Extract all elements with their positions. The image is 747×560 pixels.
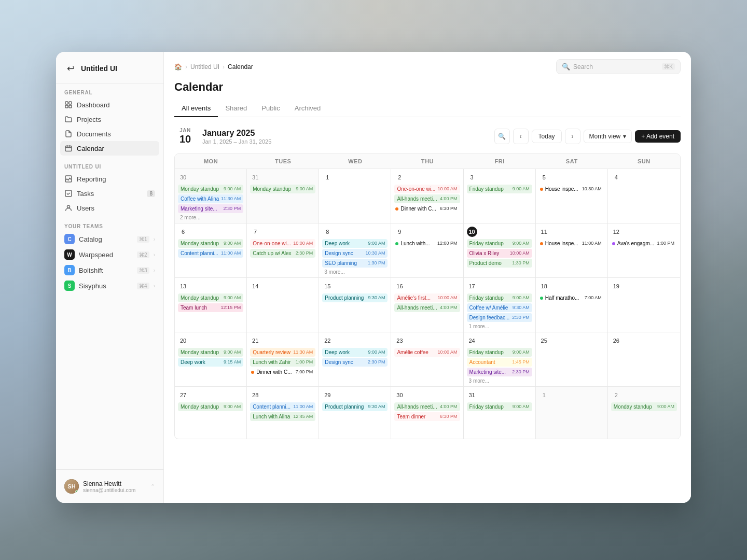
cal-day[interactable]: 27Monday standup9:00 AM [175, 387, 247, 439]
cal-event[interactable]: Deep work9:00 AM [322, 348, 388, 357]
cal-event[interactable]: All-hands meeti...4:00 PM [394, 303, 460, 312]
cal-day[interactable]: 1 [536, 387, 608, 439]
team-warpspeed[interactable]: W Warpspeed ⌘2 › [60, 247, 159, 262]
team-sisyphus[interactable]: S Sisyphus ⌘4 › [60, 278, 159, 293]
cal-event[interactable]: All-hands meeti...4:00 PM [394, 194, 460, 203]
cal-event[interactable]: Monday standup9:00 AM [178, 239, 243, 248]
sidebar-item-documents[interactable]: Documents [60, 127, 159, 141]
cal-day[interactable]: 24Friday standup9:00 AMAccountant1:45 PM… [464, 332, 536, 386]
tab-shared[interactable]: Shared [218, 100, 254, 117]
cal-event[interactable]: Design feedbac...2:30 PM [467, 313, 532, 322]
cal-event[interactable]: Design sync10:30 AM [322, 249, 388, 258]
cal-day[interactable]: 31Monday standup9:00 AM [247, 169, 319, 223]
cal-more-events[interactable]: 3 more... [467, 377, 532, 384]
cal-event[interactable]: Monday standup9:00 AM [178, 293, 243, 302]
cal-event[interactable]: House inspe...11:00 AM [539, 239, 604, 248]
cal-day[interactable]: 15Product planning9:30 AM [319, 278, 391, 332]
cal-day[interactable]: 19 [608, 278, 680, 332]
cal-day[interactable]: 22Deep work9:00 AMDesign sync2:30 PM [319, 332, 391, 386]
cal-more-events[interactable]: 3 more... [322, 269, 388, 275]
sidebar-item-calendar[interactable]: Calendar [60, 141, 159, 156]
cal-event[interactable]: Coffee w/ Amélie9:30 AM [467, 303, 532, 312]
sidebar-logo[interactable]: ↩ Untitled UI [56, 52, 163, 83]
cal-event[interactable]: Dinner with C...7:00 PM [250, 368, 315, 376]
cal-event[interactable]: Product demo1:30 PM [467, 259, 532, 268]
cal-event[interactable]: Design sync2:30 PM [322, 358, 388, 367]
cal-event[interactable]: Monday standup9:00 AM [178, 185, 243, 193]
cal-next-button[interactable]: › [565, 129, 580, 144]
cal-more-events[interactable]: 1 more... [467, 323, 532, 330]
cal-view-button[interactable]: Month view ▾ [584, 130, 632, 143]
cal-day[interactable]: 30All-hands meeti...4:00 PMTeam dinner6:… [391, 387, 463, 439]
cal-day[interactable]: 26 [608, 332, 680, 386]
cal-event[interactable]: One-on-one wi...10:00 AM [394, 185, 460, 193]
tab-public[interactable]: Public [254, 100, 287, 117]
cal-more-events[interactable]: 2 more... [178, 214, 243, 221]
cal-day[interactable]: 2Monday standup9:00 AM [608, 387, 680, 439]
cal-event[interactable]: House inspe...10:30 AM [539, 185, 604, 193]
cal-day[interactable]: 1 [319, 169, 391, 223]
cal-event[interactable]: Monday standup9:00 AM [611, 402, 677, 411]
cal-event[interactable]: Quarterly review11:30 AM [250, 348, 315, 357]
cal-day[interactable]: 18Half maratho...7:00 AM [536, 278, 608, 332]
cal-day[interactable]: 11House inspe...11:00 AM [536, 223, 608, 277]
cal-day[interactable]: 20Monday standup9:00 AMDeep work9:15 AM [175, 332, 247, 386]
cal-day[interactable]: 5House inspe...10:30 AM [536, 169, 608, 223]
cal-day[interactable]: 2One-on-one wi...10:00 AMAll-hands meeti… [391, 169, 463, 223]
sidebar-item-reporting[interactable]: Reporting [60, 172, 159, 186]
cal-prev-button[interactable]: ‹ [513, 129, 529, 144]
cal-day[interactable]: 12Ava's engagm...1:00 PM [608, 223, 680, 277]
cal-event[interactable]: Product planning9:30 AM [322, 293, 388, 302]
cal-day[interactable]: 13Monday standup9:00 AMTeam lunch12:15 P… [175, 278, 247, 332]
cal-event[interactable]: SEO planning1:30 PM [322, 259, 388, 268]
cal-event[interactable]: Olivia x Riley10:00 AM [467, 249, 532, 258]
cal-day[interactable]: 8Deep work9:00 AMDesign sync10:30 AMSEO … [319, 223, 391, 277]
user-profile[interactable]: SH Sienna Hewitt sienna@untitledui.com ⌃ [60, 476, 159, 497]
search-bar[interactable]: 🔍 Search ⌘K [556, 59, 681, 74]
cal-event[interactable]: Half maratho...7:00 AM [539, 293, 604, 302]
cal-event[interactable]: Lunch with Zahir1:00 PM [250, 358, 315, 367]
cal-event[interactable]: One-on-one wi...10:00 AM [250, 239, 315, 248]
cal-event[interactable]: Product planning9:30 AM [322, 402, 388, 411]
cal-event[interactable]: Marketing site...2:30 PM [178, 204, 243, 213]
cal-event[interactable]: Monday standup9:00 AM [250, 185, 315, 193]
cal-event[interactable]: Dinner with C...6:30 PM [394, 204, 460, 213]
cal-day[interactable]: 29Product planning9:30 AM [319, 387, 391, 439]
sidebar-item-projects[interactable]: Projects [60, 112, 159, 127]
cal-day[interactable]: 6Monday standup9:00 AMContent planni...1… [175, 223, 247, 277]
cal-day[interactable]: 28Content planni...11:00 AMLunch with Al… [247, 387, 319, 439]
cal-day[interactable]: 3Friday standup9:00 AM [464, 169, 536, 223]
cal-event[interactable]: Deep work9:15 AM [178, 358, 243, 367]
cal-event[interactable]: Lunch with Alina12:45 AM [250, 412, 315, 421]
cal-search-button[interactable]: 🔍 [494, 129, 510, 144]
cal-event[interactable]: Team dinner6:30 PM [394, 412, 460, 421]
cal-event[interactable]: Coffee with Alina11:30 AM [178, 194, 243, 203]
team-catalog[interactable]: C Catalog ⌘1 › [60, 231, 159, 247]
cal-day[interactable]: 9Lunch with...12:00 PM [391, 223, 463, 277]
team-boltshift[interactable]: B Boltshift ⌘3 › [60, 262, 159, 278]
cal-day[interactable]: 17Friday standup9:00 AMCoffee w/ Amélie9… [464, 278, 536, 332]
sidebar-item-tasks[interactable]: Tasks 8 [60, 186, 159, 201]
cal-day[interactable]: 31Friday standup9:00 AM [464, 387, 536, 439]
cal-day[interactable]: 16Amélie's first...10:00 AMAll-hands mee… [391, 278, 463, 332]
cal-event[interactable]: Friday standup9:00 AM [467, 185, 532, 193]
cal-event[interactable]: Amélie coffee10:00 AM [394, 348, 460, 357]
cal-day[interactable]: 21Quarterly review11:30 AMLunch with Zah… [247, 332, 319, 386]
cal-event[interactable]: Marketing site...2:30 PM [467, 368, 532, 376]
tab-archived[interactable]: Archived [287, 100, 328, 117]
cal-today-button[interactable]: Today [532, 130, 562, 143]
tab-all-events[interactable]: All events [174, 100, 218, 117]
cal-day[interactable]: 23Amélie coffee10:00 AM [391, 332, 463, 386]
cal-day[interactable]: 30Monday standup9:00 AMCoffee with Alina… [175, 169, 247, 223]
sidebar-item-users[interactable]: Users [60, 201, 159, 215]
cal-event[interactable]: Monday standup9:00 AM [178, 348, 243, 357]
cal-event[interactable]: Friday standup9:00 AM [467, 348, 532, 357]
cal-event[interactable]: Monday standup9:00 AM [178, 402, 243, 411]
cal-event[interactable]: Friday standup9:00 AM [467, 402, 532, 411]
cal-day[interactable]: 25 [536, 332, 608, 386]
cal-event[interactable]: Lunch with...12:00 PM [394, 239, 460, 248]
cal-event[interactable]: Amélie's first...10:00 AM [394, 293, 460, 302]
cal-event[interactable]: All-hands meeti...4:00 PM [394, 402, 460, 411]
breadcrumb-app[interactable]: Untitled UI [190, 63, 219, 71]
cal-event[interactable]: Deep work9:00 AM [322, 239, 388, 248]
